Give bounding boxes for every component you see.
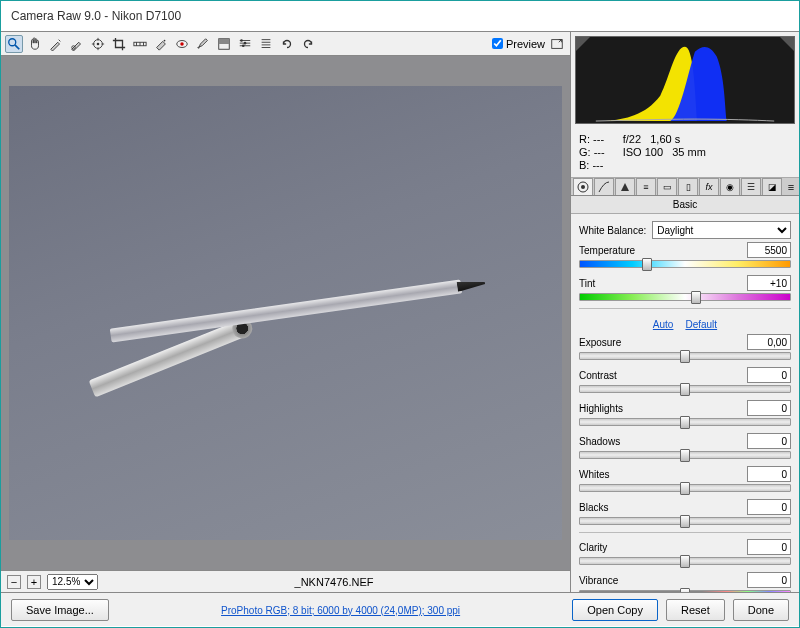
- svg-point-22: [244, 41, 247, 44]
- fullscreen-toggle[interactable]: [548, 35, 566, 53]
- info-readout: R: --- G: --- B: --- f/22 1,60 s ISO 100…: [571, 128, 799, 178]
- svg-point-15: [180, 42, 184, 46]
- tab-snapshots[interactable]: ◪: [762, 178, 782, 195]
- wb-label: White Balance:: [579, 225, 646, 236]
- reset-button[interactable]: Reset: [666, 599, 725, 621]
- highlight-clip-icon[interactable]: [780, 37, 794, 51]
- adjustment-brush-tool[interactable]: [194, 35, 212, 53]
- blacks-value[interactable]: [747, 499, 791, 515]
- clarity-label: Clarity: [579, 542, 607, 553]
- tab-basic[interactable]: [573, 178, 593, 195]
- graduated-filter-tool[interactable]: [215, 35, 233, 53]
- tab-presets[interactable]: ☰: [741, 178, 761, 195]
- panel-menu-icon[interactable]: ≡: [783, 178, 799, 195]
- temperature-value[interactable]: [747, 242, 791, 258]
- open-copy-button[interactable]: Open Copy: [572, 599, 658, 621]
- targeted-adjust-tool[interactable]: [89, 35, 107, 53]
- temperature-slider[interactable]: [579, 260, 791, 268]
- svg-line-1: [15, 44, 19, 48]
- white-balance-tool[interactable]: [47, 35, 65, 53]
- crop-tool[interactable]: [110, 35, 128, 53]
- vibrance-value[interactable]: [747, 572, 791, 588]
- zoom-select[interactable]: 12.5%: [47, 574, 98, 590]
- spot-removal-tool[interactable]: [152, 35, 170, 53]
- panel-title: Basic: [571, 196, 799, 214]
- toolbar: Preview: [1, 32, 570, 56]
- whites-slider[interactable]: [579, 484, 791, 492]
- shadows-value[interactable]: [747, 433, 791, 449]
- radial-filter-tool[interactable]: [236, 35, 254, 53]
- default-link[interactable]: Default: [685, 319, 717, 330]
- zoom-in-button[interactable]: +: [27, 575, 41, 589]
- tint-label: Tint: [579, 278, 595, 289]
- vibrance-label: Vibrance: [579, 575, 618, 586]
- contrast-label: Contrast: [579, 370, 617, 381]
- highlights-value[interactable]: [747, 400, 791, 416]
- image-canvas[interactable]: [1, 56, 570, 570]
- exposure-label: Exposure: [579, 337, 621, 348]
- svg-point-4: [97, 42, 100, 45]
- tab-fx[interactable]: fx: [699, 178, 719, 195]
- rotate-ccw-tool[interactable]: [278, 35, 296, 53]
- vibrance-slider[interactable]: [579, 590, 791, 592]
- photo-preview: [9, 86, 562, 540]
- tab-curve[interactable]: [594, 178, 614, 195]
- redeye-tool[interactable]: [173, 35, 191, 53]
- temperature-label: Temperature: [579, 245, 635, 256]
- done-button[interactable]: Done: [733, 599, 789, 621]
- svg-point-0: [9, 38, 16, 45]
- white-balance-select[interactable]: Daylight: [652, 221, 791, 239]
- svg-point-21: [240, 39, 243, 42]
- svg-point-30: [581, 185, 585, 189]
- shadows-label: Shadows: [579, 436, 620, 447]
- contrast-slider[interactable]: [579, 385, 791, 393]
- hand-tool[interactable]: [26, 35, 44, 53]
- whites-label: Whites: [579, 469, 610, 480]
- shadow-clip-icon[interactable]: [576, 37, 590, 51]
- status-bar: − + 12.5% _NKN7476.NEF: [1, 570, 570, 592]
- contrast-value[interactable]: [747, 367, 791, 383]
- whites-value[interactable]: [747, 466, 791, 482]
- tab-hsl[interactable]: ≡: [636, 178, 656, 195]
- exposure-value[interactable]: [747, 334, 791, 350]
- rotate-cw-tool[interactable]: [299, 35, 317, 53]
- tab-split[interactable]: ▭: [657, 178, 677, 195]
- color-sampler-tool[interactable]: [68, 35, 86, 53]
- panel-tabs: ≡ ▭ ▯ fx ◉ ☰ ◪ ≡: [571, 178, 799, 196]
- preferences-tool[interactable]: [257, 35, 275, 53]
- tint-value[interactable]: [747, 275, 791, 291]
- filename-label: _NKN7476.NEF: [104, 576, 564, 588]
- basic-panel: White Balance: Daylight Temperature Tint…: [571, 214, 799, 592]
- preview-checkbox[interactable]: Preview: [492, 38, 545, 50]
- tint-slider[interactable]: [579, 293, 791, 301]
- svg-point-23: [242, 44, 245, 47]
- straighten-tool[interactable]: [131, 35, 149, 53]
- tab-detail[interactable]: [615, 178, 635, 195]
- zoom-out-button[interactable]: −: [7, 575, 21, 589]
- shadows-slider[interactable]: [579, 451, 791, 459]
- exposure-slider[interactable]: [579, 352, 791, 360]
- window-title: Camera Raw 9.0 - Nikon D7100: [1, 1, 799, 31]
- tab-camera[interactable]: ◉: [720, 178, 740, 195]
- svg-rect-17: [219, 38, 230, 43]
- clarity-slider[interactable]: [579, 557, 791, 565]
- tab-lens[interactable]: ▯: [678, 178, 698, 195]
- workflow-link[interactable]: ProPhoto RGB; 8 bit; 6000 by 4000 (24,0M…: [221, 605, 460, 616]
- footer: Save Image... ProPhoto RGB; 8 bit; 6000 …: [1, 592, 799, 626]
- highlights-label: Highlights: [579, 403, 623, 414]
- blacks-label: Blacks: [579, 502, 608, 513]
- svg-point-13: [164, 39, 166, 41]
- histogram[interactable]: [575, 36, 795, 124]
- auto-link[interactable]: Auto: [653, 319, 674, 330]
- save-image-button[interactable]: Save Image...: [11, 599, 109, 621]
- clarity-value[interactable]: [747, 539, 791, 555]
- highlights-slider[interactable]: [579, 418, 791, 426]
- zoom-tool[interactable]: [5, 35, 23, 53]
- blacks-slider[interactable]: [579, 517, 791, 525]
